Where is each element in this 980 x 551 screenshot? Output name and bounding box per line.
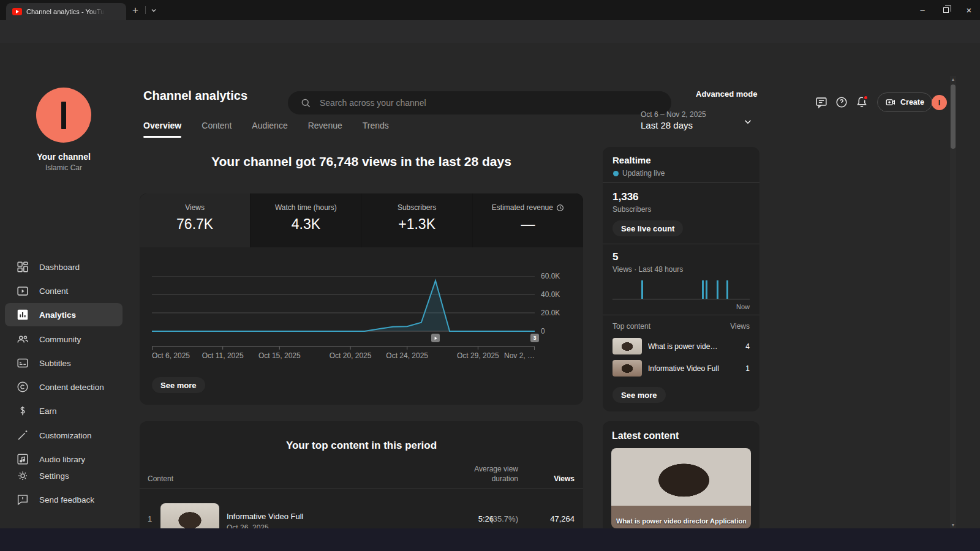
avg-view-duration-pct: (35.7%) (490, 514, 518, 523)
sidebar-item-content[interactable]: Content (5, 279, 123, 302)
channel-avatar[interactable] (36, 88, 91, 143)
metric-tab-estimated-revenue[interactable]: Estimated revenue — (473, 193, 583, 247)
metric-label: Views (140, 203, 250, 212)
video-title[interactable]: What is power video director … (648, 342, 720, 351)
y-tick-label: 60.0K (541, 272, 560, 280)
latest-content-card: Latest content What is power video direc… (603, 421, 760, 528)
views-chart-markers: 3 (152, 334, 535, 343)
tab-list-chevron-icon[interactable] (150, 7, 157, 14)
sidebar-item-community[interactable]: Community (5, 328, 123, 351)
sidebar-item-content-detection[interactable]: Content detection (5, 375, 123, 399)
restore-icon (943, 7, 949, 13)
browser-tab[interactable]: Channel analytics - YouTube Stu (6, 3, 126, 20)
content-icon (16, 284, 29, 298)
subscriber-count: 1,336 (612, 191, 639, 203)
latest-video-caption: What is power video director Application (616, 517, 746, 525)
latest-video-thumbnail[interactable]: What is power video director Application (611, 448, 751, 528)
help-icon[interactable] (835, 96, 848, 109)
create-video-icon (885, 97, 896, 108)
tab-trends[interactable]: Trends (363, 121, 389, 138)
views-column-label: Views (730, 322, 750, 331)
dollar-icon (16, 404, 29, 418)
sidebar-item-earn[interactable]: Earn (5, 399, 123, 422)
realtime-view-bar (641, 280, 643, 299)
column-header-views[interactable]: Views (554, 474, 575, 483)
video-published-marker[interactable] (431, 334, 440, 342)
scrollbar-thumb[interactable] (951, 84, 956, 149)
metric-tab-subscribers[interactable]: Subscribers +1.3K (362, 193, 472, 247)
page-scrollbar[interactable]: ▲ ▼ (950, 76, 956, 528)
video-title[interactable]: Informative Video Full (648, 364, 720, 373)
top-content-label: Top content (612, 322, 650, 331)
pending-clock-icon (556, 204, 564, 212)
scrollbar-down-icon[interactable]: ▼ (951, 523, 956, 527)
window-close-button[interactable]: × (957, 0, 980, 20)
create-button[interactable]: Create (877, 92, 932, 112)
sidebar-item-customization[interactable]: Customization (5, 424, 123, 447)
subscriber-label: Subscribers (612, 205, 651, 214)
metric-label: Watch time (hours) (251, 203, 361, 212)
realtime-view-bar (702, 280, 704, 299)
metric-label: Subscribers (362, 203, 472, 212)
sidebar-item-label: Community (39, 335, 81, 344)
tab-content[interactable]: Content (202, 121, 232, 138)
realtime-status: Updating live (622, 169, 665, 178)
column-header-content[interactable]: Content (148, 474, 173, 483)
column-header-avd-line1[interactable]: Average view (474, 465, 518, 473)
notification-dot (863, 95, 869, 100)
metric-value: +1.3K (362, 216, 472, 233)
x-tick-label: Oct 11, 2025 (202, 351, 244, 360)
feedback-comment-icon[interactable] (815, 96, 828, 109)
see-more-button[interactable]: See more (612, 387, 666, 403)
x-tick-label: Oct 24, 2025 (386, 351, 428, 360)
date-preset-label: Last 28 days (641, 120, 693, 130)
sidebar-item-label: Content (39, 287, 68, 296)
sidebar-item-settings[interactable]: Settings (5, 464, 123, 487)
top-content-heading: Your top content in this period (140, 440, 583, 452)
sidebar-item-label: Settings (39, 471, 69, 481)
video-views: 4 (745, 342, 750, 351)
metric-tab-watch-time[interactable]: Watch time (hours) 4.3K (251, 193, 361, 247)
top-content-card: Your top content in this period Content … (140, 421, 583, 528)
youtube-favicon-icon (12, 8, 22, 15)
search-bar[interactable] (288, 91, 671, 114)
realtime-title: Realtime (612, 155, 651, 165)
new-tab-button[interactable]: + (132, 5, 138, 15)
tab-overview[interactable]: Overview (143, 121, 181, 138)
window-restore-button[interactable] (933, 0, 958, 20)
see-live-count-button[interactable]: See live count (612, 220, 683, 236)
sidebar-item-label: Dashboard (39, 263, 80, 272)
now-label: Now (736, 303, 750, 310)
see-more-button[interactable]: See more (152, 377, 205, 393)
tab-audience[interactable]: Audience (252, 121, 287, 138)
sidebar-item-analytics[interactable]: Analytics (5, 303, 123, 326)
sidebar-item-dashboard[interactable]: Dashboard (5, 255, 123, 279)
studio-header: Studio Create I (0, 43, 980, 76)
dashboard-icon (16, 260, 29, 274)
video-thumbnail[interactable] (612, 360, 642, 377)
copyright-icon (16, 380, 29, 394)
live-dot-icon (613, 171, 619, 176)
x-tick-label: Nov 2, … (504, 351, 535, 360)
column-header-avd-line2[interactable]: duration (492, 474, 518, 483)
metric-tab-views[interactable]: Views 76.7K (140, 193, 250, 247)
tab-revenue[interactable]: Revenue (308, 121, 342, 138)
video-thumbnail[interactable] (612, 338, 642, 354)
video-thumbnail[interactable] (160, 503, 219, 528)
advanced-mode-link[interactable]: Advanced mode (696, 89, 757, 99)
realtime-sparkline (612, 279, 750, 299)
magic-wand-icon (16, 429, 29, 442)
date-range-picker[interactable]: Oct 6 – Nov 2, 2025 Last 28 days (637, 108, 760, 136)
video-title[interactable]: Informative Video Full (227, 512, 304, 521)
views-headline: Your channel got 76,748 views in the las… (140, 154, 583, 169)
scrollbar-up-icon[interactable]: ▲ (951, 77, 956, 81)
grouped-markers-badge[interactable]: 3 (530, 334, 539, 342)
analytics-tabs: Overview Content Audience Revenue Trends (143, 121, 389, 138)
taskbar: G × 5 ENG 10:52 AM 11/4/2025 (0, 528, 980, 551)
sidebar-item-subtitles[interactable]: Subtitles (5, 351, 123, 375)
sidebar-item-send-feedback[interactable]: Send feedback (5, 488, 123, 511)
account-avatar[interactable]: I (932, 95, 947, 110)
views-48h-label: Views · Last 48 hours (612, 265, 683, 274)
search-input[interactable] (320, 98, 650, 108)
window-minimize-button[interactable]: – (910, 0, 935, 20)
